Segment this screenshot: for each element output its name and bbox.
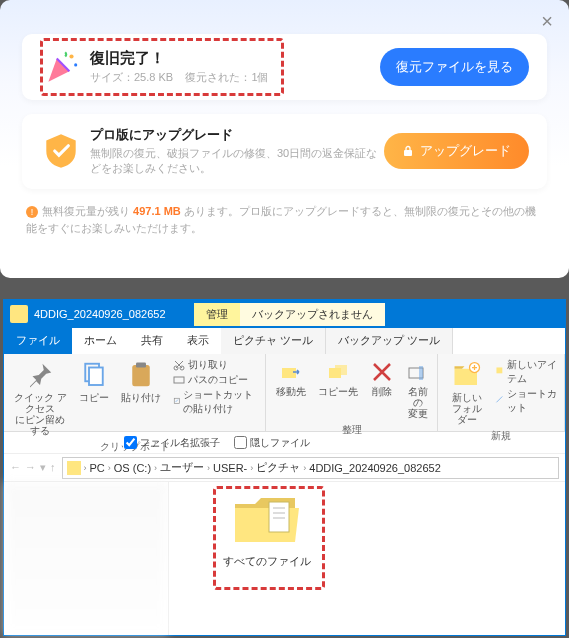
svg-rect-9	[174, 377, 184, 383]
rename-button[interactable]: 名前の 変更	[402, 358, 434, 421]
success-title: 復旧完了！	[90, 49, 380, 68]
folder-icon	[10, 305, 28, 323]
delete-icon	[370, 360, 394, 384]
upgrade-title: プロ版にアップグレード	[90, 126, 384, 144]
rename-icon	[406, 360, 430, 384]
celebrate-icon	[40, 46, 82, 88]
address-bar: ← → ▾ ↑ ›PC ›OS (C:) ›ユーザー ›USER- ›ピクチャ …	[4, 454, 565, 482]
scissors-icon	[173, 359, 185, 371]
tab-file[interactable]: ファイル	[4, 328, 72, 354]
tab-backup-tools[interactable]: バックアップ ツール	[326, 328, 453, 354]
nav-up-icon[interactable]: ↑	[50, 461, 56, 474]
upgrade-card: プロ版にアップグレード 無制限の復元、破損ファイルの修復、30日間の返金保証など…	[22, 114, 547, 189]
copy-icon	[79, 360, 109, 390]
shortcut-icon	[173, 396, 181, 408]
svg-rect-5	[132, 365, 150, 386]
navigation-pane[interactable]	[4, 482, 169, 635]
svg-rect-13	[335, 365, 347, 375]
new-shortcut-button[interactable]: ショートカット	[495, 387, 558, 415]
shield-icon	[40, 130, 82, 172]
svg-rect-6	[136, 363, 146, 368]
tab-picture-tools[interactable]: ピクチャ ツール	[221, 328, 326, 354]
explorer-content: すべてのファイル	[4, 482, 565, 635]
recovery-complete-dialog: × 復旧完了！ サイズ：25.8 KB 復元された：1個 復元ファイルを見る プ…	[0, 0, 569, 278]
paste-icon	[126, 360, 156, 390]
context-tab-manage[interactable]: 管理	[194, 303, 240, 326]
folder-icon	[67, 461, 81, 475]
svg-rect-19	[269, 502, 289, 532]
folder-item[interactable]: すべてのファイル	[217, 490, 317, 569]
svg-point-1	[74, 63, 77, 66]
success-card: 復旧完了！ サイズ：25.8 KB 復元された：1個 復元ファイルを見る	[22, 34, 547, 100]
svg-rect-4	[89, 368, 103, 386]
group-new-label: 新規	[444, 427, 558, 443]
folder-label: すべてのファイル	[217, 554, 317, 569]
nav-dropdown-icon[interactable]: ▾	[40, 461, 46, 474]
pin-icon	[25, 360, 55, 390]
close-icon[interactable]: ×	[541, 10, 553, 33]
paste-shortcut-button[interactable]: ショートカットの貼り付け	[173, 388, 259, 416]
svg-rect-11	[282, 368, 296, 378]
tab-view[interactable]: 表示	[175, 328, 221, 354]
ribbon-tabs: ファイル ホーム 共有 表示 ピクチャ ツール バックアップ ツール	[4, 328, 565, 354]
svg-rect-2	[404, 150, 412, 156]
folder-icon	[231, 490, 303, 548]
lock-icon	[402, 145, 414, 157]
view-files-button[interactable]: 復元ファイルを見る	[380, 48, 529, 86]
copy-to-button[interactable]: コピー先	[314, 358, 362, 399]
new-folder-button[interactable]: 新しい フォルダー	[444, 358, 489, 427]
success-subtitle: サイズ：25.8 KB 復元された：1個	[90, 70, 380, 85]
copy-path-button[interactable]: パスのコピー	[173, 373, 259, 387]
nav-back-icon[interactable]: ←	[10, 461, 21, 474]
context-tab-backup[interactable]: バックアップされません	[240, 303, 385, 326]
copy-to-icon	[326, 360, 350, 384]
warning-icon: !	[26, 206, 38, 218]
new-item-button[interactable]: 新しいアイテム	[495, 358, 558, 386]
upgrade-desc: 無制限の復元、破損ファイルの修復、30日間の返金保証などをお楽しみください。	[90, 146, 384, 177]
file-list-pane[interactable]: すべてのファイル	[169, 482, 565, 635]
pin-button[interactable]: クイック アクセス にピン留めする	[10, 358, 71, 438]
nav-forward-icon[interactable]: →	[25, 461, 36, 474]
svg-rect-18	[496, 368, 502, 374]
paste-button[interactable]: 貼り付け	[117, 358, 165, 405]
copy-button[interactable]: コピー	[75, 358, 113, 405]
svg-rect-15	[419, 366, 423, 380]
path-icon	[173, 374, 185, 386]
new-item-icon	[495, 366, 504, 378]
window-title: 4DDIG_20240926_082652	[34, 308, 166, 320]
cut-button[interactable]: 切り取り	[173, 358, 259, 372]
breadcrumb[interactable]: ›PC ›OS (C:) ›ユーザー ›USER- ›ピクチャ ›4DDIG_2…	[62, 457, 560, 479]
new-folder-icon	[452, 360, 482, 390]
file-explorer-window: 4DDIG_20240926_082652 管理 バックアップされません ファイ…	[3, 299, 566, 636]
svg-point-0	[69, 54, 73, 58]
shortcut-small-icon	[495, 395, 504, 407]
tab-home[interactable]: ホーム	[72, 328, 129, 354]
hidden-checkbox[interactable]: 隠しファイル	[234, 436, 310, 450]
upgrade-button[interactable]: アップグレード	[384, 133, 529, 169]
ext-checkbox[interactable]: ファイル名拡張子	[124, 436, 220, 450]
delete-button[interactable]: 削除	[366, 358, 398, 399]
titlebar: 4DDIG_20240926_082652 管理 バックアップされません	[4, 300, 565, 328]
move-to-button[interactable]: 移動先	[272, 358, 310, 399]
ribbon: クイック アクセス にピン留めする コピー 貼り付け 切り取り パスのコピー シ…	[4, 354, 565, 432]
tab-share[interactable]: 共有	[129, 328, 175, 354]
move-icon	[279, 360, 303, 384]
quota-footnote: !無料復元量が残り 497.1 MB あります。プロ版にアップグレードすると、無…	[22, 203, 547, 238]
